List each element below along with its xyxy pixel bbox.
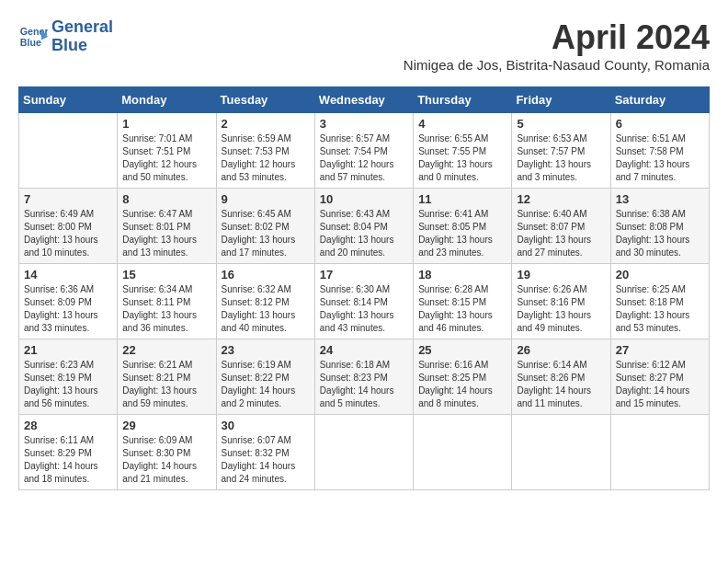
calendar-cell: 28Sunrise: 6:11 AMSunset: 8:29 PMDayligh… bbox=[19, 415, 118, 490]
day-number: 4 bbox=[418, 117, 506, 131]
calendar-cell: 21Sunrise: 6:23 AMSunset: 8:19 PMDayligh… bbox=[19, 339, 118, 415]
day-info: Sunrise: 6:18 AMSunset: 8:23 PMDaylight:… bbox=[320, 359, 408, 410]
day-info: Sunrise: 6:51 AMSunset: 7:58 PMDaylight:… bbox=[616, 132, 704, 184]
calendar-cell: 9Sunrise: 6:45 AMSunset: 8:02 PMDaylight… bbox=[216, 189, 314, 264]
calendar-cell: 12Sunrise: 6:40 AMSunset: 8:07 PMDayligh… bbox=[512, 189, 610, 264]
weekday-header-saturday: Saturday bbox=[610, 87, 709, 113]
weekday-header-tuesday: Tuesday bbox=[216, 87, 314, 113]
calendar-cell: 8Sunrise: 6:47 AMSunset: 8:01 PMDaylight… bbox=[118, 189, 216, 264]
day-info: Sunrise: 6:26 AMSunset: 8:16 PMDaylight:… bbox=[517, 283, 605, 335]
calendar-cell: 4Sunrise: 6:55 AMSunset: 7:55 PMDaylight… bbox=[414, 113, 512, 189]
day-number: 21 bbox=[24, 343, 112, 357]
calendar-cell: 6Sunrise: 6:51 AMSunset: 7:58 PMDaylight… bbox=[610, 113, 709, 189]
day-info: Sunrise: 6:11 AMSunset: 8:29 PMDaylight:… bbox=[24, 434, 112, 486]
day-info: Sunrise: 6:30 AMSunset: 8:14 PMDaylight:… bbox=[320, 283, 408, 335]
day-number: 12 bbox=[517, 192, 605, 206]
day-info: Sunrise: 6:34 AMSunset: 8:11 PMDaylight:… bbox=[122, 283, 210, 335]
day-info: Sunrise: 6:53 AMSunset: 7:57 PMDaylight:… bbox=[517, 132, 605, 184]
day-info: Sunrise: 6:43 AMSunset: 8:04 PMDaylight:… bbox=[320, 208, 408, 259]
calendar-cell bbox=[414, 415, 512, 490]
day-info: Sunrise: 6:23 AMSunset: 8:19 PMDaylight:… bbox=[24, 359, 112, 410]
calendar-cell: 18Sunrise: 6:28 AMSunset: 8:15 PMDayligh… bbox=[414, 264, 512, 339]
logo-text: General Blue bbox=[51, 18, 113, 55]
calendar-cell: 27Sunrise: 6:12 AMSunset: 8:27 PMDayligh… bbox=[610, 339, 709, 415]
weekday-header-thursday: Thursday bbox=[414, 87, 512, 113]
day-info: Sunrise: 6:12 AMSunset: 8:27 PMDaylight:… bbox=[616, 359, 704, 410]
day-info: Sunrise: 6:40 AMSunset: 8:07 PMDaylight:… bbox=[517, 208, 605, 259]
day-number: 11 bbox=[418, 192, 506, 206]
calendar-cell: 29Sunrise: 6:09 AMSunset: 8:30 PMDayligh… bbox=[118, 415, 216, 490]
day-info: Sunrise: 6:55 AMSunset: 7:55 PMDaylight:… bbox=[418, 132, 506, 184]
day-info: Sunrise: 6:57 AMSunset: 7:54 PMDaylight:… bbox=[320, 132, 408, 184]
day-info: Sunrise: 6:09 AMSunset: 8:30 PMDaylight:… bbox=[122, 434, 210, 486]
day-number: 1 bbox=[122, 117, 210, 131]
calendar-subtitle: Nimigea de Jos, Bistrita-Nasaud County, … bbox=[404, 57, 710, 73]
day-number: 17 bbox=[320, 268, 408, 282]
calendar-cell: 5Sunrise: 6:53 AMSunset: 7:57 PMDaylight… bbox=[512, 113, 610, 189]
calendar-cell: 25Sunrise: 6:16 AMSunset: 8:25 PMDayligh… bbox=[414, 339, 512, 415]
logo-line1: General bbox=[51, 17, 113, 36]
calendar-cell bbox=[19, 113, 118, 189]
day-number: 6 bbox=[616, 117, 704, 131]
day-info: Sunrise: 7:01 AMSunset: 7:51 PMDaylight:… bbox=[122, 132, 210, 184]
day-info: Sunrise: 6:14 AMSunset: 8:26 PMDaylight:… bbox=[517, 359, 605, 410]
day-number: 24 bbox=[320, 343, 408, 357]
calendar-cell: 7Sunrise: 6:49 AMSunset: 8:00 PMDaylight… bbox=[19, 189, 118, 264]
calendar-cell: 16Sunrise: 6:32 AMSunset: 8:12 PMDayligh… bbox=[216, 264, 314, 339]
day-number: 3 bbox=[320, 117, 408, 131]
day-number: 7 bbox=[24, 192, 112, 206]
day-number: 23 bbox=[222, 343, 310, 357]
calendar-cell: 11Sunrise: 6:41 AMSunset: 8:05 PMDayligh… bbox=[414, 189, 512, 264]
day-number: 5 bbox=[517, 117, 605, 131]
day-number: 29 bbox=[122, 419, 210, 432]
calendar-table: SundayMondayTuesdayWednesdayThursdayFrid… bbox=[18, 86, 710, 490]
day-number: 10 bbox=[320, 192, 408, 206]
calendar-cell: 15Sunrise: 6:34 AMSunset: 8:11 PMDayligh… bbox=[118, 264, 216, 339]
calendar-title: April 2024 bbox=[404, 18, 710, 57]
day-number: 18 bbox=[418, 268, 506, 282]
logo-line2: Blue bbox=[51, 36, 87, 54]
calendar-cell: 17Sunrise: 6:30 AMSunset: 8:14 PMDayligh… bbox=[314, 264, 413, 339]
calendar-cell: 13Sunrise: 6:38 AMSunset: 8:08 PMDayligh… bbox=[610, 189, 709, 264]
svg-text:Blue: Blue bbox=[20, 37, 41, 48]
day-info: Sunrise: 6:07 AMSunset: 8:32 PMDaylight:… bbox=[222, 434, 310, 486]
calendar-cell: 2Sunrise: 6:59 AMSunset: 7:53 PMDaylight… bbox=[216, 113, 314, 189]
day-number: 8 bbox=[122, 192, 210, 206]
weekday-header-monday: Monday bbox=[118, 87, 216, 113]
day-info: Sunrise: 6:49 AMSunset: 8:00 PMDaylight:… bbox=[24, 208, 112, 259]
day-number: 14 bbox=[24, 268, 112, 282]
weekday-header-friday: Friday bbox=[512, 87, 610, 113]
day-info: Sunrise: 6:21 AMSunset: 8:21 PMDaylight:… bbox=[122, 359, 210, 410]
day-number: 30 bbox=[222, 419, 310, 432]
day-info: Sunrise: 6:19 AMSunset: 8:22 PMDaylight:… bbox=[222, 359, 310, 410]
day-info: Sunrise: 6:32 AMSunset: 8:12 PMDaylight:… bbox=[222, 283, 310, 335]
day-info: Sunrise: 6:25 AMSunset: 8:18 PMDaylight:… bbox=[616, 283, 704, 335]
day-number: 27 bbox=[616, 343, 704, 357]
day-number: 2 bbox=[222, 117, 310, 131]
day-info: Sunrise: 6:16 AMSunset: 8:25 PMDaylight:… bbox=[418, 359, 506, 410]
day-number: 9 bbox=[222, 192, 310, 206]
calendar-cell bbox=[610, 415, 709, 490]
calendar-cell: 30Sunrise: 6:07 AMSunset: 8:32 PMDayligh… bbox=[216, 415, 314, 490]
calendar-cell: 26Sunrise: 6:14 AMSunset: 8:26 PMDayligh… bbox=[512, 339, 610, 415]
day-info: Sunrise: 6:36 AMSunset: 8:09 PMDaylight:… bbox=[24, 283, 112, 335]
day-number: 28 bbox=[24, 419, 112, 432]
calendar-cell: 22Sunrise: 6:21 AMSunset: 8:21 PMDayligh… bbox=[118, 339, 216, 415]
day-info: Sunrise: 6:45 AMSunset: 8:02 PMDaylight:… bbox=[222, 208, 310, 259]
logo: General Blue General Blue bbox=[18, 18, 113, 55]
day-info: Sunrise: 6:28 AMSunset: 8:15 PMDaylight:… bbox=[418, 283, 506, 335]
calendar-cell: 3Sunrise: 6:57 AMSunset: 7:54 PMDaylight… bbox=[314, 113, 413, 189]
day-info: Sunrise: 6:59 AMSunset: 7:53 PMDaylight:… bbox=[222, 132, 310, 184]
calendar-cell bbox=[314, 415, 413, 490]
day-number: 13 bbox=[616, 192, 704, 206]
day-number: 26 bbox=[517, 343, 605, 357]
calendar-cell: 24Sunrise: 6:18 AMSunset: 8:23 PMDayligh… bbox=[314, 339, 413, 415]
day-info: Sunrise: 6:38 AMSunset: 8:08 PMDaylight:… bbox=[616, 208, 704, 259]
day-number: 25 bbox=[418, 343, 506, 357]
calendar-cell: 10Sunrise: 6:43 AMSunset: 8:04 PMDayligh… bbox=[314, 189, 413, 264]
day-number: 16 bbox=[222, 268, 310, 282]
day-info: Sunrise: 6:41 AMSunset: 8:05 PMDaylight:… bbox=[418, 208, 506, 259]
day-info: Sunrise: 6:47 AMSunset: 8:01 PMDaylight:… bbox=[122, 208, 210, 259]
calendar-cell: 20Sunrise: 6:25 AMSunset: 8:18 PMDayligh… bbox=[610, 264, 709, 339]
day-number: 15 bbox=[122, 268, 210, 282]
